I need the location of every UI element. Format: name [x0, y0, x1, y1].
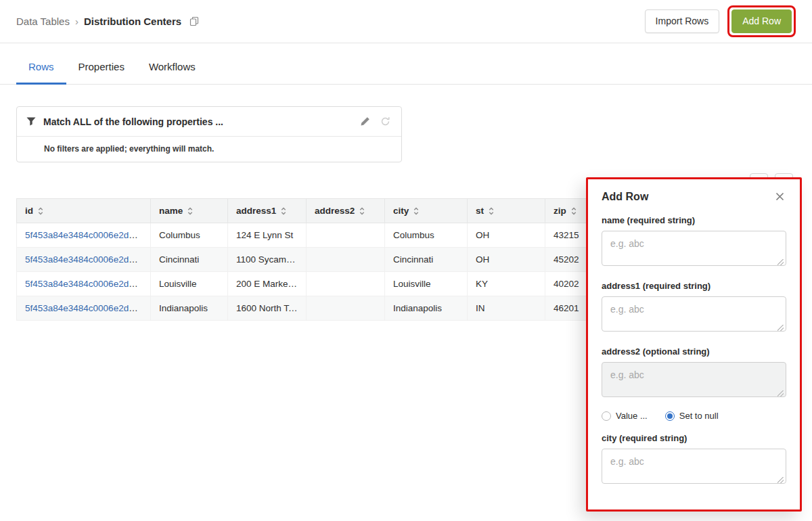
field-address1-label: address1 (required string) — [602, 281, 786, 291]
filter-card: Match ALL of the following properties ..… — [16, 106, 402, 162]
cell-address2 — [307, 296, 385, 321]
field-address2-label: address2 (optional string) — [602, 346, 786, 357]
column-header-city[interactable]: city — [385, 199, 468, 223]
column-header-name[interactable]: name — [151, 199, 228, 223]
breadcrumb-parent[interactable]: Data Tables — [16, 16, 70, 27]
field-address2: address2 (optional string) — [602, 346, 786, 400]
cell-city: Cincinnati — [385, 248, 468, 272]
row-id-link[interactable]: 5f453a84e3484c0006e2d2bc — [25, 279, 143, 289]
close-icon[interactable] — [773, 190, 786, 203]
radio-null-label: Set to null — [679, 411, 719, 421]
sort-icon — [187, 207, 193, 215]
cell-name: Columbus — [151, 223, 228, 248]
tab-bar: Rows Properties Workflows — [0, 43, 812, 85]
add-row-button[interactable]: Add Row — [731, 9, 792, 33]
page-title: Distribution Centers — [84, 16, 181, 27]
copy-icon[interactable] — [189, 16, 199, 26]
sort-icon — [571, 207, 577, 215]
radio-option-set-to-null[interactable]: Set to null — [665, 411, 719, 421]
cell-city: Indianapolis — [385, 296, 468, 321]
field-name-label: name (required string) — [602, 215, 786, 225]
data-table: id name address1 address2 city st zip 5f… — [16, 198, 633, 321]
cell-name: Cincinnati — [151, 248, 228, 272]
cell-address1: 124 E Lynn St — [228, 223, 307, 248]
table-header-row: id name address1 address2 city st zip — [17, 199, 633, 223]
address2-null-toggle: Value ... Set to null — [602, 411, 786, 421]
table-row: 5f453a84e3484c0006e2d2bb Indianapolis 16… — [17, 296, 633, 321]
cell-address2 — [307, 248, 385, 272]
field-address1: address1 (required string) — [602, 281, 786, 334]
filter-empty-message: No filters are applied; everything will … — [17, 136, 401, 162]
cell-st: OH — [468, 248, 545, 272]
row-id-link[interactable]: 5f453a84e3484c0006e2d2bd — [25, 254, 144, 265]
breadcrumb-separator: › — [75, 16, 78, 27]
cell-address2 — [307, 223, 385, 248]
cell-address1: 1600 North Ta… — [228, 296, 307, 321]
table-row: 5f453a84e3484c0006e2d2be Columbus 124 E … — [17, 223, 633, 248]
import-rows-button[interactable]: Import Rows — [645, 9, 720, 33]
column-header-address1[interactable]: address1 — [228, 199, 307, 223]
city-input[interactable] — [602, 449, 786, 484]
top-bar: Data Tables › Distribution Centers Impor… — [0, 0, 812, 43]
name-input[interactable] — [602, 231, 786, 266]
tab-rows[interactable]: Rows — [16, 43, 66, 85]
sort-icon — [413, 207, 419, 215]
cell-st: OH — [468, 223, 545, 248]
cell-name: Louisville — [151, 272, 228, 296]
cell-address1: 1100 Sycamor… — [228, 248, 307, 272]
sort-icon — [281, 207, 286, 215]
cell-st: IN — [468, 296, 545, 321]
radio-selected-icon[interactable] — [665, 411, 675, 421]
row-id-link[interactable]: 5f453a84e3484c0006e2d2be — [25, 230, 144, 240]
add-row-panel-title: Add Row — [602, 191, 648, 203]
add-row-panel: Add Row name (required string) address1 … — [586, 177, 802, 512]
sort-icon — [38, 207, 43, 215]
column-header-address2[interactable]: address2 — [307, 199, 385, 223]
add-row-button-annotation: Add Row — [727, 5, 796, 37]
topbar-actions: Import Rows Add Row — [645, 5, 796, 37]
field-city-label: city (required string) — [602, 433, 786, 443]
field-name: name (required string) — [602, 215, 786, 269]
edit-filter-pencil-icon[interactable] — [359, 115, 371, 128]
table-row: 5f453a84e3484c0006e2d2bd Cincinnati 1100… — [17, 248, 633, 272]
radio-value-label: Value ... — [616, 411, 648, 421]
filter-funnel-icon — [26, 117, 36, 126]
filter-refresh-icon[interactable] — [379, 115, 392, 128]
tab-properties[interactable]: Properties — [66, 43, 137, 85]
column-header-st[interactable]: st — [468, 199, 545, 223]
cell-address1: 200 E Market St — [228, 272, 307, 296]
sort-icon — [359, 207, 365, 215]
filter-header: Match ALL of the following properties ..… — [17, 107, 401, 136]
cell-st: KY — [468, 272, 545, 296]
filter-title: Match ALL of the following properties ..… — [43, 116, 351, 127]
field-city: city (required string) — [602, 433, 786, 486]
radio-unselected-icon[interactable] — [602, 411, 611, 421]
add-row-panel-header: Add Row — [602, 190, 786, 203]
radio-option-value[interactable]: Value ... — [602, 411, 648, 421]
breadcrumb: Data Tables › Distribution Centers — [16, 16, 199, 27]
row-id-link[interactable]: 5f453a84e3484c0006e2d2bb — [25, 303, 144, 313]
cell-address2 — [307, 272, 385, 296]
sort-icon — [489, 207, 494, 215]
address2-input — [602, 362, 786, 397]
cell-city: Louisville — [385, 272, 468, 296]
cell-name: Indianapolis — [151, 296, 228, 321]
column-header-id[interactable]: id — [17, 199, 151, 223]
table-row: 5f453a84e3484c0006e2d2bc Louisville 200 … — [17, 272, 633, 296]
address1-input[interactable] — [602, 296, 786, 332]
cell-city: Columbus — [385, 223, 468, 248]
tab-workflows[interactable]: Workflows — [137, 43, 208, 85]
